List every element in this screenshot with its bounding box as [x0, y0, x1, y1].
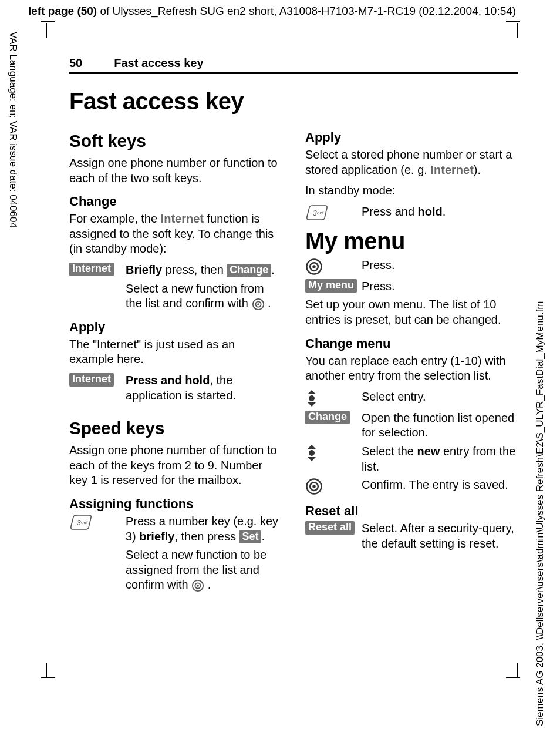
svg-text:3: 3 [313, 209, 317, 217]
row-apply-left: Internet Press and hold, the application… [69, 373, 282, 403]
running-title: Fast access key [114, 56, 203, 70]
center-select-icon [191, 579, 204, 592]
nav-up-down-icon [305, 389, 318, 407]
page-number: 50 [69, 56, 82, 70]
para-apply-left: The "Internet" is just used as an exampl… [69, 337, 282, 367]
para-apply-right-2: In standby mode: [305, 183, 518, 199]
doc-left-meta: VAR Language: en; VAR issue date: 040604 [7, 32, 19, 255]
row-assign-1: 3def Press a number key (e.g. key 3) bri… [69, 514, 282, 544]
page-body: 50 Fast access key Fast access key Soft … [69, 56, 518, 596]
right-column: Apply Select a stored phone number or st… [305, 127, 518, 596]
para-change: For example, the Internet function is as… [69, 211, 282, 257]
heading-my-menu: My menu [305, 228, 518, 254]
heading-speed-keys: Speed keys [69, 418, 282, 438]
para-mymenu: Set up your own menu. The list of 10 ent… [305, 297, 518, 327]
doc-header: left page (50) of Ulysses_Refresh SUG en… [28, 5, 516, 18]
heading-change-menu: Change menu [305, 336, 518, 351]
row-cm-new: Select the new entry from the list. [305, 444, 518, 474]
svg-marker-16 [308, 445, 316, 449]
heading-reset-all: Reset all [305, 503, 518, 519]
svg-marker-15 [308, 402, 316, 407]
nav-up-down-icon [305, 444, 318, 462]
softkey-change: Change [227, 264, 271, 277]
heading-apply-right: Apply [305, 130, 518, 145]
softkey-internet-2: Internet [69, 373, 114, 387]
center-select-icon [305, 478, 323, 495]
center-select-icon [252, 298, 265, 311]
svg-point-12 [312, 265, 316, 268]
heading-change: Change [69, 194, 282, 209]
para-change-menu: You can replace each entry (1-10) with a… [305, 354, 518, 384]
para-speed-keys: Assign one phone number of function to e… [69, 443, 282, 488]
para-soft-keys: Assign one phone number or function to e… [69, 156, 282, 186]
softkey-internet: Internet [69, 263, 114, 276]
softkey-change-2: Change [305, 411, 350, 424]
svg-point-14 [309, 395, 315, 401]
svg-point-21 [312, 485, 316, 488]
row-apply-right: 3def Press and hold. [305, 204, 518, 221]
heading-soft-keys: Soft keys [69, 131, 282, 151]
svg-text:def: def [81, 520, 88, 525]
doc-header-bold: left page (50) [28, 5, 97, 17]
svg-marker-13 [308, 390, 316, 394]
svg-text:def: def [317, 210, 324, 216]
svg-text:3: 3 [77, 519, 81, 527]
softkey-set: Set [239, 530, 261, 544]
center-select-icon [305, 258, 323, 276]
svg-point-17 [309, 450, 315, 456]
row-cm-confirm: Confirm. The entry is saved. [305, 478, 518, 495]
row-mymenu-center: Press. [305, 258, 518, 276]
svg-point-7 [197, 585, 199, 587]
number-key-3-icon: 3def [305, 204, 329, 221]
running-header: 50 Fast access key [69, 56, 518, 74]
heading-assign: Assigning functions [69, 496, 282, 512]
heading-apply-left: Apply [69, 320, 282, 335]
row-reset-all: Reset all Select. After a security-query… [305, 521, 518, 551]
left-column: Soft keys Assign one phone number or fun… [69, 127, 282, 596]
row-assign-2: Select a new function to be assigned fro… [69, 548, 282, 593]
page-title: Fast access key [69, 88, 518, 115]
row-cm-open: Change Open the function list opened for… [305, 411, 518, 441]
row-cm-select: Select entry. [305, 389, 518, 407]
softkey-my-menu: My menu [305, 279, 357, 293]
svg-marker-18 [308, 457, 316, 461]
row-change-step2: Select a new function from the list and … [69, 281, 282, 311]
number-key-3-icon: 3def [69, 514, 93, 530]
doc-right-meta: Siemens AG 2003, \\Dellserver\users\admi… [534, 268, 546, 726]
row-change-step1: Internet Briefly press, then Change. [69, 263, 282, 278]
doc-header-rest: of Ulysses_Refresh SUG en2 short, A31008… [97, 5, 516, 17]
para-apply-right-1: Select a stored phone number or start a … [305, 147, 518, 177]
svg-point-2 [257, 303, 259, 305]
row-mymenu-sk: My menu Press. [305, 279, 518, 294]
softkey-reset-all: Reset all [305, 521, 355, 535]
